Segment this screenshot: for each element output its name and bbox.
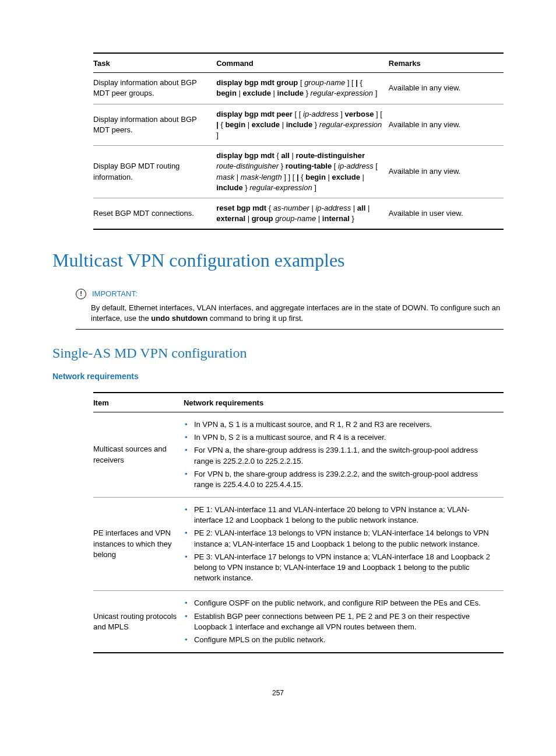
cmd-table-body: Display information about BGP MDT peer g…: [93, 73, 504, 230]
table-row: Display information about BGP MDT peer g…: [93, 73, 504, 104]
th-task: Task: [93, 53, 216, 73]
cell-remarks: Available in any view.: [389, 146, 504, 198]
cell-item: Unicast routing protocols and MPLS: [93, 591, 184, 653]
bullet-list: PE 1: VLAN-interface 11 and VLAN-interfa…: [184, 505, 498, 583]
cell-command: display bgp mdt { all | route-distinguis…: [216, 146, 389, 198]
important-body: By default, Ethernet interfaces, VLAN in…: [91, 303, 504, 324]
cell-command: display bgp mdt group [ group-name ] [ |…: [216, 73, 389, 104]
important-label: IMPORTANT:: [92, 289, 138, 299]
list-item: Configure MPLS on the public network.: [184, 635, 498, 645]
list-item: PE 1: VLAN-interface 11 and VLAN-interfa…: [184, 505, 498, 526]
heading-2: Single-AS MD VPN configuration: [52, 344, 504, 363]
cell-task: Reset BGP MDT connections.: [93, 198, 216, 229]
cell-task: Display information about BGP MDT peers.: [93, 104, 216, 146]
list-item: For VPN b, the share-group address is 23…: [184, 469, 498, 490]
cell-item: PE interfaces and VPN instances to which…: [93, 498, 184, 591]
cell-command: display bgp mdt peer [ [ ip-address ] ve…: [216, 104, 389, 146]
table-row: Display information about BGP MDT peers.…: [93, 104, 504, 146]
table-row: PE interfaces and VPN instances to which…: [93, 498, 504, 591]
command-table: Task Command Remarks Display information…: [93, 52, 504, 230]
table-row: Display BGP MDT routing information.disp…: [93, 146, 504, 198]
important-callout: ! IMPORTANT: By default, Ethernet interf…: [76, 285, 504, 330]
req-table-body: Multicast sources and receiversIn VPN a,…: [93, 412, 504, 653]
th-item: Item: [93, 393, 184, 412]
cell-req: Configure OSPF on the public network, an…: [184, 591, 504, 653]
heading-1: Multicast VPN configuration examples: [52, 247, 504, 274]
table-row: Unicast routing protocols and MPLSConfig…: [93, 591, 504, 653]
list-item: PE 2: VLAN-interface 13 belongs to VPN i…: [184, 528, 498, 549]
cell-remarks: Available in user view.: [389, 198, 504, 229]
list-item: Establish BGP peer connections between P…: [184, 611, 498, 632]
table-row: Reset BGP MDT connections.reset bgp mdt …: [93, 198, 504, 229]
list-item: For VPN a, the share-group address is 23…: [184, 445, 498, 466]
list-item: In VPN a, S 1 is a multicast source, and…: [184, 419, 498, 430]
cell-remarks: Available in any view.: [389, 104, 504, 146]
table-row: Multicast sources and receiversIn VPN a,…: [93, 412, 504, 497]
page-number: 257: [52, 688, 504, 698]
requirements-table: Item Network requirements Multicast sour…: [93, 392, 504, 653]
bullet-list: Configure OSPF on the public network, an…: [184, 598, 498, 645]
th-command: Command: [216, 53, 389, 73]
important-icon: !: [76, 289, 86, 299]
list-item: Configure OSPF on the public network, an…: [184, 598, 498, 608]
cell-task: Display information about BGP MDT peer g…: [93, 73, 216, 104]
cell-task: Display BGP MDT routing information.: [93, 146, 216, 198]
heading-3: Network requirements: [52, 371, 504, 383]
bullet-list: In VPN a, S 1 is a multicast source, and…: [184, 419, 498, 490]
cell-req: PE 1: VLAN-interface 11 and VLAN-interfa…: [184, 498, 504, 591]
cell-item: Multicast sources and receivers: [93, 412, 184, 497]
list-item: In VPN b, S 2 is a multicast source, and…: [184, 432, 498, 443]
list-item: PE 3: VLAN-interface 17 belongs to VPN i…: [184, 552, 498, 584]
th-remarks: Remarks: [389, 53, 504, 73]
cell-command: reset bgp mdt { as-number | ip-address |…: [216, 198, 389, 229]
th-req: Network requirements: [184, 393, 504, 412]
cell-remarks: Available in any view.: [389, 73, 504, 104]
cell-req: In VPN a, S 1 is a multicast source, and…: [184, 412, 504, 497]
